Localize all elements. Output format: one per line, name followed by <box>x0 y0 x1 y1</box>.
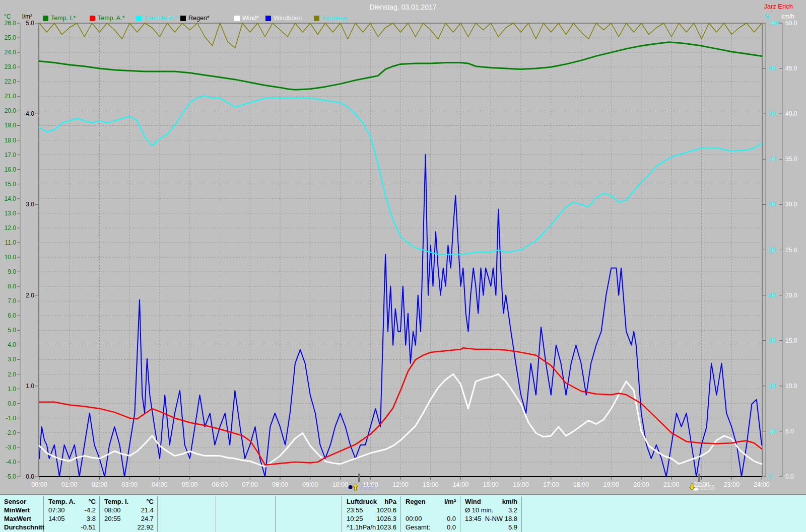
max-time: 14:05 <box>48 514 65 523</box>
temp-axis-label: 3.0 <box>8 356 16 363</box>
temp-axis-label: 4.0 <box>8 341 16 348</box>
temp-axis-label: 12.0 <box>5 224 17 232</box>
x-axis-label: 10:00 <box>332 481 348 488</box>
max-time: 00:00 <box>406 514 422 523</box>
x-axis-label: 07:00 <box>242 481 258 488</box>
temp-axis-label: 5.0 <box>8 327 16 334</box>
wind-axis-label: 35.0 <box>785 156 797 163</box>
x-axis-label: 01:00 <box>61 481 77 488</box>
temp-axis-label: -4.0 <box>6 459 16 466</box>
table-col-luftdruck: LuftdruckhPa 23:551020.6 10:251026.3 ^1.… <box>347 497 396 531</box>
x-axis-label: 06:00 <box>212 481 228 488</box>
x-axis-label: 09:00 <box>302 481 318 488</box>
up-arrow-icon <box>353 484 358 490</box>
temp-axis-label: 1.0 <box>8 386 16 393</box>
trend-label: ^1.1hPa/h <box>347 523 376 531</box>
avg-value: -0.51 <box>81 523 96 531</box>
temp-axis-label: 7.0 <box>8 297 16 305</box>
col-header: Luftdruck <box>347 497 377 506</box>
moonrise-time: 10:37 <box>360 484 375 491</box>
x-axis-label: 18:00 <box>573 481 589 488</box>
table-separator <box>216 496 216 532</box>
hum-axis-label: 50 <box>769 247 776 254</box>
x-axis-label: 16:00 <box>513 481 528 488</box>
temp-axis-label: -5.0 <box>6 473 16 480</box>
table-col-row-labels: Sensor MinWert MaxWert Durchschnitt <box>4 497 41 531</box>
x-axis-label: 23:00 <box>724 481 740 488</box>
x-axis-label: 04:00 <box>152 481 167 488</box>
avg10-label: Ø 10 min. <box>465 506 493 514</box>
hum-axis-label: 70 <box>769 156 776 163</box>
temp-axis-label: 22.0 <box>5 78 17 85</box>
col-unit: hPa <box>384 497 396 506</box>
max-time: 10:25 <box>347 514 363 523</box>
rain-axis-label: 5.0 <box>26 20 34 27</box>
x-axis-label: 19:00 <box>603 481 619 488</box>
col-header: Temp. I. <box>104 497 128 506</box>
avg-value: 5.9 <box>508 523 517 531</box>
temp-axis-label: 20.0 <box>5 107 17 114</box>
hum-axis-label: 0 <box>769 473 772 480</box>
rain-axis-label: 3.0 <box>26 201 34 208</box>
hum-axis-label: 10 <box>769 428 776 435</box>
table-row-label: Sensor <box>4 497 41 506</box>
x-axis-label: 14:00 <box>453 481 468 488</box>
max-value: 24.7 <box>141 514 154 523</box>
max-time: 13:45 <box>465 514 482 523</box>
moonset-time: 21:55 <box>700 484 715 491</box>
x-axis-label: 20:00 <box>633 481 649 488</box>
x-axis-label: 05:00 <box>182 481 197 488</box>
min-value: 1020.6 <box>376 506 396 514</box>
table-separator <box>342 496 342 532</box>
temp-axis-label: 21.0 <box>5 93 17 100</box>
col-unit: l/m² <box>444 497 456 506</box>
max-value: N-NW 18.8 <box>485 514 517 523</box>
table-separator <box>99 496 100 532</box>
col-unit: km/h <box>502 497 517 506</box>
table-col-regen: Regenl/m² 00:000.0 Gesamt:0.0 <box>406 497 456 531</box>
chart-svg: 26.025.024.023.022.021.020.019.018.017.0… <box>0 0 806 494</box>
table-col-temp-i: Temp. I.°C 08:0021.4 20:5524.7 22.92 <box>104 497 154 531</box>
table-row-label: MinWert <box>4 506 41 514</box>
hum-axis-label: 60 <box>769 201 776 208</box>
min-value: -4.2 <box>85 506 96 514</box>
table-row-label: Durchschnitt <box>4 523 41 531</box>
col-unit: °C <box>88 497 96 506</box>
temp-axis-label: -2.0 <box>6 429 16 436</box>
hum-axis-label: 100 <box>769 20 779 27</box>
avg-value: 1023.6 <box>376 523 396 531</box>
temp-axis-label: 19.0 <box>5 122 17 129</box>
app-window: Dienstag, 03.01.2017 Jarz Erich °C l/m² … <box>0 0 806 532</box>
wind-axis-label: 25.0 <box>785 247 797 254</box>
temp-axis-label: 0.0 <box>8 400 16 407</box>
rain-axis-label: 1.0 <box>26 383 34 390</box>
table-col-wind: Windkm/h Ø 10 min.3.2 13:45N-NW 18.8 5.9 <box>465 497 517 531</box>
hum-axis-label: 20 <box>769 383 776 390</box>
col-unit: °C <box>146 497 154 506</box>
min-time: 23:55 <box>347 506 363 514</box>
temp-axis-label: -1.0 <box>6 415 16 422</box>
x-axis-label: 02:00 <box>92 481 107 488</box>
wind-axis-label: 15.0 <box>785 337 797 344</box>
rain-axis-label: 2.0 <box>26 292 34 299</box>
temp-axis-label: 2.0 <box>8 371 16 378</box>
table-col-temp-a: Temp. A.°C 07:30-4.2 14:053.8 -0.51 <box>48 497 96 531</box>
wind-axis-label: 0.0 <box>785 473 794 480</box>
total-label: Gesamt: <box>406 523 430 531</box>
col-header: Wind <box>465 497 481 506</box>
wind-axis-label: 45.0 <box>785 65 797 72</box>
moonrise-icon <box>349 485 353 489</box>
temp-axis-label: 17.0 <box>5 151 17 159</box>
max-value: 0.0 <box>447 514 456 523</box>
max-value: 1026.3 <box>376 514 396 523</box>
x-axis-label: 17:00 <box>543 481 559 488</box>
col-header: Temp. A. <box>48 497 75 506</box>
x-axis-label: 21:00 <box>663 481 679 488</box>
hum-axis-label: 90 <box>769 65 776 72</box>
max-time: 20:55 <box>104 514 121 523</box>
table-row-label: MaxWert <box>4 514 41 523</box>
col-header: Regen <box>406 497 426 506</box>
wind-axis-label: 10.0 <box>785 383 797 390</box>
moonset-icon <box>694 488 699 491</box>
temp-axis-label: 23.0 <box>5 63 17 70</box>
